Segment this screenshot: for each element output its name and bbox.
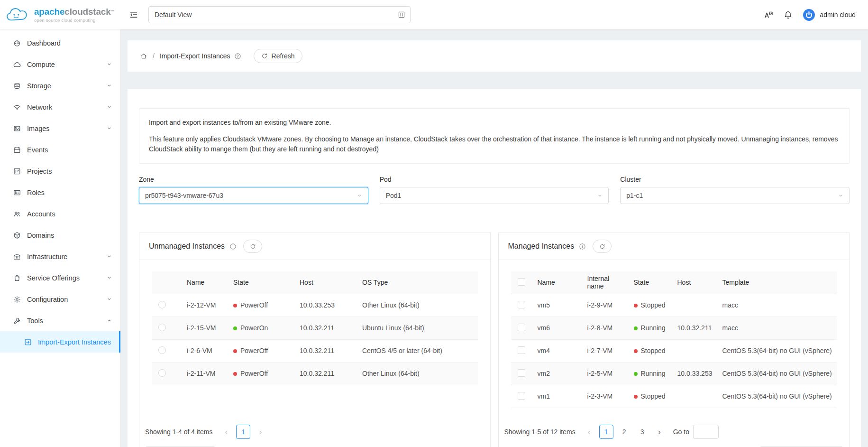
managed-refresh-button[interactable] (593, 240, 612, 253)
zone-select[interactable]: pr5075-t943-vmware-67u3 (139, 187, 368, 204)
chevron-down-icon (357, 193, 362, 198)
next-page-button[interactable]: › (653, 425, 666, 438)
state-text: PowerOff (240, 370, 268, 377)
feature-description: Import and export instances to/from an e… (139, 108, 850, 164)
home-icon[interactable] (140, 52, 147, 60)
table-row[interactable]: vm2 i-2-5-VM Running 10.0.33.253 CentOS … (511, 362, 837, 385)
column-header-host: Host (295, 271, 357, 294)
info-icon[interactable] (579, 243, 586, 250)
roles-icon (13, 189, 21, 196)
sidebar-collapse-button[interactable] (129, 10, 138, 19)
help-question-icon[interactable] (234, 53, 241, 60)
row-radio[interactable] (158, 346, 166, 354)
pod-select-value: Pod1 (386, 192, 402, 199)
zone-filter: Zone pr5075-t943-vmware-67u3 (139, 176, 368, 204)
chevron-up-icon (107, 318, 112, 323)
sidebar-item-images[interactable]: Images (0, 118, 120, 139)
prev-page-button[interactable]: ‹ (220, 425, 232, 438)
column-header-template: Template (718, 271, 837, 294)
state-text: Running (641, 370, 666, 377)
sidebar-item-storage[interactable]: Storage (0, 75, 120, 96)
cluster-select-value: p1-c1 (626, 192, 643, 199)
column-header-name: Name (182, 271, 228, 294)
row-radio[interactable] (158, 324, 166, 331)
import-export-card: Import and export instances to/from an e… (128, 89, 861, 447)
chevron-down-icon (107, 62, 112, 67)
cluster-select[interactable]: p1-c1 (620, 187, 850, 204)
pagination-summary: Showing 1-5 of 12 items (504, 428, 576, 436)
feature-description-line1: Import and export instances to/from an e… (149, 118, 840, 128)
goto-page-input[interactable] (693, 425, 719, 439)
menu-fold-icon (129, 10, 138, 19)
sidebar-item-events[interactable]: Events (0, 139, 120, 160)
sidebar-item-network[interactable]: Network (0, 96, 120, 118)
sidebar-item-roles[interactable]: Roles (0, 182, 120, 203)
page-title: Import-Export Instances (160, 52, 230, 60)
state-text: Stopped (641, 392, 666, 400)
sidebar-item-tools[interactable]: Tools (0, 310, 120, 331)
sidebar-item-import-export-instances[interactable]: Import-Export Instances (0, 331, 120, 353)
language-button[interactable] (764, 9, 774, 20)
sidebar-item-service-offerings[interactable]: Service Offerings (0, 267, 120, 289)
row-checkbox[interactable] (518, 346, 525, 354)
table-row[interactable]: i-2-12-VM PowerOff 10.0.33.253 Other Lin… (152, 294, 478, 317)
cluster-label: Cluster (620, 176, 850, 183)
page-button[interactable]: 1 (236, 425, 250, 439)
top-header: apachecloudstack™ open source cloud comp… (0, 0, 868, 29)
page-button[interactable]: 3 (635, 425, 649, 439)
pagination-summary: Showing 1-4 of 4 items (145, 428, 212, 436)
sidebar-item-compute[interactable]: Compute (0, 54, 120, 75)
state-dot (233, 372, 237, 376)
table-row[interactable]: vm1 i-2-3-VM Stopped CentOS 5.3(64-bit) … (511, 385, 837, 408)
sidebar-item-dashboard[interactable]: Dashboard (0, 32, 120, 54)
row-checkbox[interactable] (518, 324, 525, 331)
table-row[interactable]: i-2-15-VM PowerOn 10.0.32.211 Ubuntu Lin… (152, 317, 478, 339)
chevron-down-icon (838, 193, 843, 198)
user-menu[interactable]: admin cloud (803, 9, 856, 21)
info-icon[interactable] (229, 243, 237, 250)
row-checkbox[interactable] (518, 301, 525, 308)
row-checkbox[interactable] (518, 392, 525, 400)
prev-page-button[interactable]: ‹ (583, 425, 595, 438)
pod-select[interactable]: Pod1 (380, 187, 609, 204)
sidebar-item-domains[interactable]: Domains (0, 224, 120, 246)
filter-row: Zone pr5075-t943-vmware-67u3 Pod Pod1 Cl… (139, 176, 850, 204)
managed-panel-title: Managed Instances (508, 242, 575, 251)
compute-icon (13, 61, 21, 68)
row-checkbox[interactable] (518, 369, 525, 377)
next-page-button[interactable]: › (254, 425, 266, 438)
configuration-icon (13, 296, 21, 303)
projects-icon (13, 168, 21, 175)
column-header-internal-name: Internal name (583, 271, 629, 294)
view-filter-value: Default View (155, 11, 192, 19)
brand-name-apache: apache (34, 7, 64, 17)
table-row[interactable]: vm4 i-2-7-VM Stopped CentOS 5.3(64-bit) … (511, 339, 837, 362)
dashboard-icon (13, 39, 21, 47)
storage-icon (13, 82, 21, 90)
table-row[interactable]: i-2-11-VM PowerOff 10.0.32.211 Other Lin… (152, 362, 478, 385)
brand-text: apachecloudstack™ open source cloud comp… (34, 7, 114, 23)
view-filter-select[interactable]: Default View (148, 6, 411, 23)
table-row[interactable]: vm6 i-2-8-VM Running 10.0.32.211 macc (511, 317, 837, 339)
select-all-checkbox[interactable] (518, 278, 525, 286)
unmanaged-refresh-button[interactable] (243, 240, 262, 253)
sidebar-item-configuration[interactable]: Configuration (0, 289, 120, 310)
refresh-button[interactable]: Refresh (254, 49, 302, 63)
page-button[interactable]: 1 (599, 425, 613, 439)
refresh-icon (599, 243, 605, 250)
row-radio[interactable] (158, 369, 166, 377)
sidebar-item-infrastructure[interactable]: Infrastructure (0, 246, 120, 267)
zone-select-value: pr5075-t943-vmware-67u3 (145, 192, 223, 199)
sidebar-item-accounts[interactable]: Accounts (0, 203, 120, 224)
table-row[interactable]: vm5 i-2-9-VM Stopped macc (511, 294, 837, 317)
notifications-button[interactable] (784, 9, 793, 20)
accounts-icon (13, 210, 21, 218)
translate-icon (764, 10, 774, 20)
refresh-icon (261, 53, 268, 59)
page-button[interactable]: 2 (617, 425, 631, 439)
row-radio[interactable] (158, 301, 166, 308)
table-row[interactable]: i-2-6-VM PowerOff 10.0.32.211 CentOS 4/5… (152, 339, 478, 362)
sidebar-item-projects[interactable]: Projects (0, 160, 120, 182)
feature-description-line2: This feature only applies Cloudstack VMw… (149, 134, 840, 154)
brand-logo[interactable]: apachecloudstack™ open source cloud comp… (0, 5, 121, 25)
